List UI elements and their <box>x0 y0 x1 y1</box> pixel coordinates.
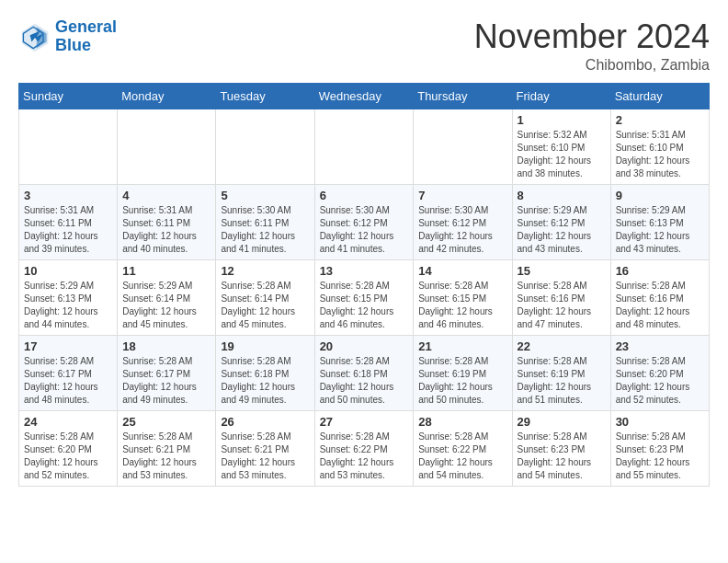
weekday-header: Tuesday <box>216 83 314 109</box>
weekday-header: Saturday <box>610 83 709 109</box>
calendar-cell: 20Sunrise: 5:28 AM Sunset: 6:18 PM Dayli… <box>314 335 414 410</box>
calendar-cell: 25Sunrise: 5:28 AM Sunset: 6:21 PM Dayli… <box>118 410 216 486</box>
calendar-cell: 22Sunrise: 5:28 AM Sunset: 6:19 PM Dayli… <box>512 335 610 410</box>
weekday-header-row: SundayMondayTuesdayWednesdayThursdayFrid… <box>19 83 710 109</box>
day-detail: Sunrise: 5:32 AM Sunset: 6:10 PM Dayligh… <box>518 129 606 180</box>
day-number: 15 <box>518 264 606 278</box>
calendar-week-row: 3Sunrise: 5:31 AM Sunset: 6:11 PM Daylig… <box>19 184 710 259</box>
calendar-cell: 2Sunrise: 5:31 AM Sunset: 6:10 PM Daylig… <box>610 109 709 184</box>
day-detail: Sunrise: 5:28 AM Sunset: 6:20 PM Dayligh… <box>24 431 112 482</box>
day-number: 22 <box>518 339 606 353</box>
day-number: 11 <box>122 264 210 278</box>
day-number: 28 <box>418 415 506 429</box>
month-title: November 2024 <box>474 18 710 55</box>
logo-text: General Blue <box>55 18 117 55</box>
day-detail: Sunrise: 5:28 AM Sunset: 6:21 PM Dayligh… <box>221 431 309 482</box>
day-detail: Sunrise: 5:28 AM Sunset: 6:22 PM Dayligh… <box>418 431 506 482</box>
logo-icon <box>18 20 51 53</box>
location-subtitle: Chibombo, Zambia <box>474 57 710 74</box>
day-number: 30 <box>616 415 704 429</box>
day-number: 9 <box>616 189 704 202</box>
day-detail: Sunrise: 5:28 AM Sunset: 6:15 PM Dayligh… <box>320 280 409 331</box>
day-number: 27 <box>320 415 409 429</box>
calendar-cell: 17Sunrise: 5:28 AM Sunset: 6:17 PM Dayli… <box>19 335 118 410</box>
day-detail: Sunrise: 5:31 AM Sunset: 6:11 PM Dayligh… <box>24 204 112 256</box>
calendar-cell: 14Sunrise: 5:28 AM Sunset: 6:15 PM Dayli… <box>414 259 512 335</box>
calendar-cell: 19Sunrise: 5:28 AM Sunset: 6:18 PM Dayli… <box>216 335 314 410</box>
calendar-cell <box>414 109 512 184</box>
weekday-header: Thursday <box>414 83 512 109</box>
calendar-cell: 18Sunrise: 5:28 AM Sunset: 6:17 PM Dayli… <box>118 335 216 410</box>
day-detail: Sunrise: 5:29 AM Sunset: 6:13 PM Dayligh… <box>616 204 704 256</box>
calendar-cell: 6Sunrise: 5:30 AM Sunset: 6:12 PM Daylig… <box>314 184 414 259</box>
day-detail: Sunrise: 5:28 AM Sunset: 6:18 PM Dayligh… <box>221 355 309 407</box>
calendar-cell: 9Sunrise: 5:29 AM Sunset: 6:13 PM Daylig… <box>610 184 709 259</box>
calendar-cell: 5Sunrise: 5:30 AM Sunset: 6:11 PM Daylig… <box>216 184 314 259</box>
day-number: 6 <box>320 189 409 202</box>
day-number: 23 <box>616 339 704 353</box>
day-detail: Sunrise: 5:30 AM Sunset: 6:12 PM Dayligh… <box>320 204 409 256</box>
day-number: 19 <box>221 339 309 353</box>
logo: General Blue <box>18 18 117 55</box>
calendar-cell: 3Sunrise: 5:31 AM Sunset: 6:11 PM Daylig… <box>19 184 118 259</box>
day-detail: Sunrise: 5:28 AM Sunset: 6:20 PM Dayligh… <box>616 355 704 407</box>
calendar-cell: 23Sunrise: 5:28 AM Sunset: 6:20 PM Dayli… <box>610 335 709 410</box>
weekday-header: Wednesday <box>314 83 414 109</box>
day-detail: Sunrise: 5:28 AM Sunset: 6:23 PM Dayligh… <box>518 431 606 482</box>
day-number: 21 <box>418 339 506 353</box>
calendar-week-row: 10Sunrise: 5:29 AM Sunset: 6:13 PM Dayli… <box>19 259 710 335</box>
calendar-cell: 8Sunrise: 5:29 AM Sunset: 6:12 PM Daylig… <box>512 184 610 259</box>
day-detail: Sunrise: 5:28 AM Sunset: 6:17 PM Dayligh… <box>122 355 210 407</box>
page: General Blue November 2024 Chibombo, Zam… <box>0 0 728 496</box>
day-number: 5 <box>221 189 309 202</box>
day-detail: Sunrise: 5:29 AM Sunset: 6:13 PM Dayligh… <box>24 280 112 331</box>
calendar-table: SundayMondayTuesdayWednesdayThursdayFrid… <box>18 83 710 487</box>
calendar-cell: 16Sunrise: 5:28 AM Sunset: 6:16 PM Dayli… <box>610 259 709 335</box>
day-detail: Sunrise: 5:28 AM Sunset: 6:14 PM Dayligh… <box>221 280 309 331</box>
day-number: 10 <box>24 264 112 278</box>
calendar-cell <box>19 109 118 184</box>
day-detail: Sunrise: 5:28 AM Sunset: 6:15 PM Dayligh… <box>418 280 506 331</box>
day-number: 7 <box>418 189 506 202</box>
calendar-cell: 15Sunrise: 5:28 AM Sunset: 6:16 PM Dayli… <box>512 259 610 335</box>
calendar-cell: 21Sunrise: 5:28 AM Sunset: 6:19 PM Dayli… <box>414 335 512 410</box>
calendar-cell: 29Sunrise: 5:28 AM Sunset: 6:23 PM Dayli… <box>512 410 610 486</box>
day-number: 25 <box>122 415 210 429</box>
day-detail: Sunrise: 5:28 AM Sunset: 6:16 PM Dayligh… <box>518 280 606 331</box>
day-detail: Sunrise: 5:28 AM Sunset: 6:21 PM Dayligh… <box>122 431 210 482</box>
day-number: 18 <box>122 339 210 353</box>
day-detail: Sunrise: 5:28 AM Sunset: 6:16 PM Dayligh… <box>616 280 704 331</box>
day-detail: Sunrise: 5:28 AM Sunset: 6:18 PM Dayligh… <box>320 355 409 407</box>
calendar-cell: 11Sunrise: 5:29 AM Sunset: 6:14 PM Dayli… <box>118 259 216 335</box>
day-number: 13 <box>320 264 409 278</box>
calendar-cell: 27Sunrise: 5:28 AM Sunset: 6:22 PM Dayli… <box>314 410 414 486</box>
calendar-cell: 7Sunrise: 5:30 AM Sunset: 6:12 PM Daylig… <box>414 184 512 259</box>
day-number: 2 <box>616 113 704 127</box>
calendar-cell <box>216 109 314 184</box>
title-block: November 2024 Chibombo, Zambia <box>474 18 710 74</box>
day-detail: Sunrise: 5:31 AM Sunset: 6:10 PM Dayligh… <box>616 129 704 180</box>
day-detail: Sunrise: 5:29 AM Sunset: 6:14 PM Dayligh… <box>122 280 210 331</box>
weekday-header: Sunday <box>19 83 118 109</box>
day-detail: Sunrise: 5:28 AM Sunset: 6:19 PM Dayligh… <box>518 355 606 407</box>
calendar-cell: 28Sunrise: 5:28 AM Sunset: 6:22 PM Dayli… <box>414 410 512 486</box>
weekday-header: Friday <box>512 83 610 109</box>
day-detail: Sunrise: 5:28 AM Sunset: 6:22 PM Dayligh… <box>320 431 409 482</box>
day-detail: Sunrise: 5:30 AM Sunset: 6:11 PM Dayligh… <box>221 204 309 256</box>
day-number: 1 <box>518 113 606 127</box>
day-number: 20 <box>320 339 409 353</box>
calendar-week-row: 17Sunrise: 5:28 AM Sunset: 6:17 PM Dayli… <box>19 335 710 410</box>
day-detail: Sunrise: 5:28 AM Sunset: 6:17 PM Dayligh… <box>24 355 112 407</box>
day-number: 17 <box>24 339 112 353</box>
calendar-week-row: 24Sunrise: 5:28 AM Sunset: 6:20 PM Dayli… <box>19 410 710 486</box>
calendar-cell: 4Sunrise: 5:31 AM Sunset: 6:11 PM Daylig… <box>118 184 216 259</box>
day-detail: Sunrise: 5:29 AM Sunset: 6:12 PM Dayligh… <box>518 204 606 256</box>
day-number: 8 <box>518 189 606 202</box>
day-detail: Sunrise: 5:28 AM Sunset: 6:19 PM Dayligh… <box>418 355 506 407</box>
calendar-cell <box>314 109 414 184</box>
day-number: 12 <box>221 264 309 278</box>
day-number: 29 <box>518 415 606 429</box>
calendar-cell <box>118 109 216 184</box>
calendar-cell: 26Sunrise: 5:28 AM Sunset: 6:21 PM Dayli… <box>216 410 314 486</box>
day-detail: Sunrise: 5:30 AM Sunset: 6:12 PM Dayligh… <box>418 204 506 256</box>
